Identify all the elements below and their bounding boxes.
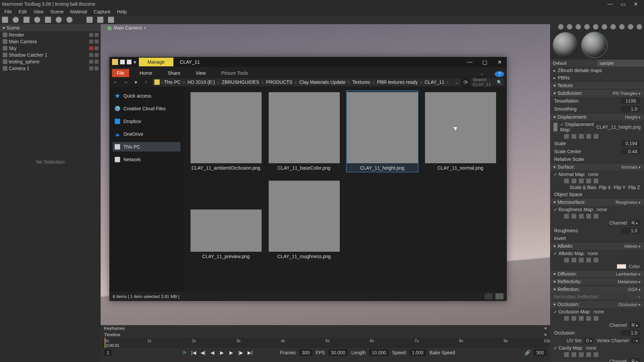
- breadcrumb[interactable]: This PC: [164, 79, 186, 85]
- loop-button[interactable]: ⟳: [181, 350, 187, 355]
- tool-copy-icon[interactable]: [97, 17, 103, 23]
- timeline-label[interactable]: Timeline: [104, 332, 120, 337]
- ribbon-tab-file[interactable]: File: [112, 69, 129, 77]
- section-texture[interactable]: Texture: [553, 83, 573, 88]
- play-button[interactable]: ▶: [219, 350, 225, 355]
- step-fwd-button[interactable]: ▶: [228, 350, 234, 355]
- vertex-channel-picker[interactable]: -: [631, 338, 640, 344]
- relative-scale-checkbox[interactable]: Relative Scale: [554, 157, 584, 162]
- prev-key-button[interactable]: ◀|: [200, 350, 206, 355]
- sidebar-item-quick-access[interactable]: Quick access: [113, 91, 180, 101]
- mat-tool-del-icon[interactable]: [576, 24, 581, 29]
- section-albedo[interactable]: Albedo:: [553, 243, 573, 249]
- map-search-icon[interactable]: [572, 134, 576, 139]
- next-key-button[interactable]: |▶: [238, 350, 244, 355]
- section-microsurface[interactable]: Microsurface:: [553, 199, 586, 205]
- flipy-checkbox[interactable]: Flip Y: [613, 185, 626, 190]
- map-clear-icon[interactable]: [594, 134, 598, 139]
- map-edit-icon[interactable]: [579, 179, 584, 183]
- map-edit-icon[interactable]: [579, 352, 584, 357]
- flipz-checkbox[interactable]: Flip Z: [628, 185, 640, 190]
- albedo-color-swatch[interactable]: [617, 264, 626, 269]
- address-dropdown-icon[interactable]: ⌄: [455, 79, 459, 85]
- breadcrumb[interactable]: Textures: [353, 79, 376, 85]
- bake-speed-button[interactable]: Bake Speed: [430, 350, 455, 355]
- map-reload-icon[interactable]: [586, 352, 591, 357]
- roughness-channel-picker[interactable]: R: [630, 220, 640, 226]
- mat-tool-save-icon[interactable]: [593, 24, 598, 29]
- expand-icon[interactable]: [553, 68, 556, 73]
- displacement-swatch[interactable]: [553, 123, 557, 131]
- normal-map-label[interactable]: Normal Map:: [553, 172, 585, 177]
- object-space-checkbox[interactable]: Object Space: [554, 192, 582, 197]
- map-gear-icon[interactable]: [564, 258, 569, 262]
- tool-fog-icon[interactable]: [34, 17, 40, 23]
- sidebar-item-network[interactable]: Network: [113, 155, 180, 164]
- tool-move-icon[interactable]: [2, 17, 8, 23]
- menu-view[interactable]: View: [30, 8, 47, 15]
- explorer-maximize-button[interactable]: ▢: [477, 57, 492, 67]
- disp-center-field[interactable]: 0.44: [621, 148, 640, 155]
- nav-forward-button[interactable]: →: [122, 79, 129, 85]
- ribbon-tab-home[interactable]: Home: [135, 69, 157, 77]
- reflectivity-mode[interactable]: Metalness: [618, 279, 641, 284]
- map-clear-icon[interactable]: [594, 258, 598, 262]
- scene-item-sky[interactable]: Sky: [0, 45, 101, 52]
- invert-checkbox[interactable]: Invert: [554, 236, 566, 241]
- displacement-map-label[interactable]: Displacement Map:: [560, 122, 594, 132]
- app-maximize-button[interactable]: ▭: [616, 1, 629, 7]
- breadcrumb[interactable]: PRODUCTS: [266, 79, 298, 85]
- breadcrumb[interactable]: HD 2019 (E:): [187, 79, 220, 85]
- menu-help[interactable]: Help: [114, 8, 130, 15]
- viewport-camera-label[interactable]: Main Camera: [114, 25, 142, 31]
- map-edit-icon[interactable]: [579, 214, 584, 219]
- map-edit-icon[interactable]: [579, 134, 584, 139]
- menu-material[interactable]: Material: [67, 8, 90, 15]
- roughness-map-label[interactable]: Roughness Map:: [553, 207, 594, 212]
- map-search-icon[interactable]: [572, 179, 576, 183]
- menu-capture[interactable]: Capture: [90, 8, 114, 15]
- material-name-sample[interactable]: sample: [597, 60, 644, 67]
- scene-item-main-camera[interactable]: Main Camera: [0, 38, 101, 45]
- map-clear-icon[interactable]: [594, 179, 598, 183]
- address-bar[interactable]: › This PC HD 2019 (E:) ZBRUSHGUIDES PROD…: [152, 78, 461, 86]
- map-reload-icon[interactable]: [586, 134, 591, 139]
- albedo-map-label[interactable]: Albedo Map:: [553, 251, 585, 256]
- mat-tool-c-icon[interactable]: [628, 24, 633, 29]
- ribbon-help-button[interactable]: ?: [495, 71, 504, 77]
- keyframes-label[interactable]: Keyframes: [104, 326, 125, 331]
- current-frame-field[interactable]: 1: [104, 349, 112, 356]
- uvset-picker[interactable]: 0: [584, 338, 594, 344]
- map-search-icon[interactable]: [572, 258, 576, 262]
- surface-mode[interactable]: Normals: [622, 165, 641, 170]
- tool-shadow-icon[interactable]: [45, 17, 51, 23]
- file-item[interactable]: CLAY_11_height.png: [346, 90, 418, 172]
- refresh-button[interactable]: ⟳: [464, 79, 468, 85]
- file-item[interactable]: CLAY_11_preview.png: [190, 179, 262, 261]
- ribbon-tab-picture-tools[interactable]: Picture Tools: [216, 69, 253, 77]
- material-preview-sample[interactable]: [582, 32, 607, 58]
- section-subdivision[interactable]: Subdivision:: [553, 90, 583, 96]
- scale-bias-checkbox[interactable]: Scale & Bias: [570, 185, 596, 190]
- mat-tool-b-icon[interactable]: [619, 24, 625, 29]
- tool-folder-icon[interactable]: [87, 17, 93, 23]
- explorer-minimize-button[interactable]: —: [463, 57, 477, 67]
- albedo-mode[interactable]: Albedo: [624, 244, 641, 249]
- map-reload-icon[interactable]: [586, 316, 591, 321]
- fps-field[interactable]: 30.000: [328, 349, 348, 356]
- subdivision-mode[interactable]: PN Triangles: [613, 91, 641, 96]
- map-search-icon[interactable]: [572, 316, 576, 321]
- mat-tool-folder-icon[interactable]: [584, 24, 590, 29]
- go-end-button[interactable]: ▶|: [247, 350, 253, 355]
- tool-turntable-icon[interactable]: [66, 17, 72, 23]
- cavity-map-label[interactable]: Cavity Map:: [553, 345, 583, 351]
- map-search-icon[interactable]: [572, 352, 576, 357]
- view-thumbnails-button[interactable]: [495, 293, 503, 299]
- mat-tool-reload-icon[interactable]: [602, 24, 607, 29]
- step-back-button[interactable]: ◀: [210, 350, 216, 355]
- section-surface[interactable]: Surface:: [553, 164, 575, 170]
- occlusion-channel-picker[interactable]: R: [630, 322, 640, 328]
- roughness-field[interactable]: 1.0: [621, 228, 640, 234]
- breadcrumb[interactable]: CLAY_11: [425, 79, 450, 85]
- mat-tool-d-icon[interactable]: [637, 24, 642, 29]
